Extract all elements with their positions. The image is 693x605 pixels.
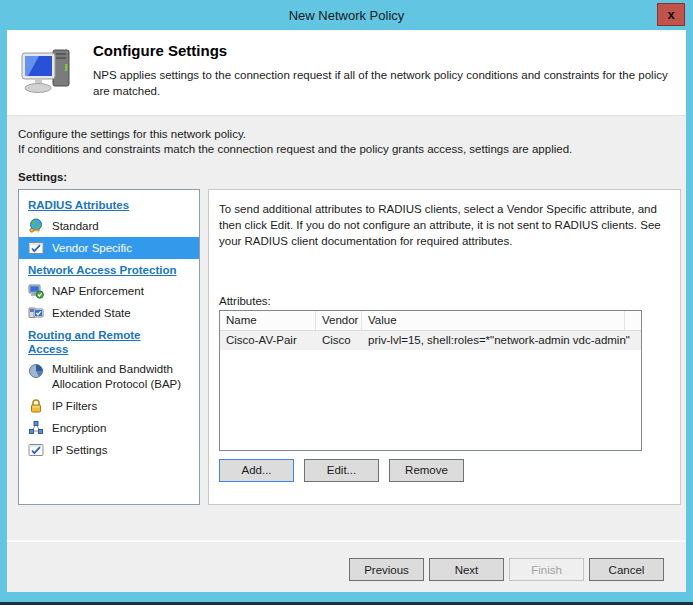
table-row[interactable]: Cisco-AV-Pair Cisco priv-lvl=15, shell:r… — [220, 331, 641, 350]
wizard-footer: Previous Next Finish Cancel — [7, 540, 686, 592]
nav-item-label: Standard — [52, 219, 99, 234]
attributes-label: Attributes: — [219, 295, 668, 307]
nav-item-multilink-bap[interactable]: Multilink and Bandwidth Allocation Proto… — [19, 359, 199, 395]
nav-item-standard[interactable]: Standard — [19, 215, 199, 237]
section-network-access-protection: Network Access Protection — [19, 259, 187, 280]
nav-item-ip-settings[interactable]: IP Settings — [19, 439, 199, 461]
column-header-name[interactable]: Name — [220, 311, 316, 330]
globe-key-icon — [28, 218, 44, 234]
intro-line-2: If conditions and constraints match the … — [18, 142, 681, 157]
nav-item-ip-filters[interactable]: IP Filters — [19, 395, 199, 417]
checkbox-icon — [28, 442, 44, 458]
attributes-table-header: Name Vendor Value — [220, 311, 641, 331]
padlock-icon — [28, 398, 44, 414]
column-header-end — [625, 311, 641, 330]
nav-item-extended-state[interactable]: Extended State — [19, 302, 199, 324]
pie-chart-icon — [28, 363, 44, 379]
nav-item-label: Encryption — [52, 421, 106, 436]
computer-check-icon — [28, 305, 44, 321]
nav-item-encryption[interactable]: Encryption — [19, 417, 199, 439]
settings-label: Settings: — [18, 171, 681, 183]
nav-item-label: Vendor Specific — [52, 241, 132, 256]
wizard-header-text: Configure Settings NPS applies settings … — [93, 40, 682, 105]
attribute-buttons: Add... Edit... Remove — [219, 459, 668, 482]
new-network-policy-dialog: New Network Policy x — [0, 0, 693, 605]
cancel-button[interactable]: Cancel — [589, 558, 664, 581]
attributes-table: Name Vendor Value Cisco-AV-Pair Cisco pr… — [219, 310, 642, 451]
nav-item-label: NAP Enforcement — [52, 284, 144, 299]
close-button[interactable]: x — [657, 3, 685, 26]
settings-nav-panel: RADIUS Attributes Standard — [18, 189, 200, 505]
previous-button[interactable]: Previous — [349, 558, 424, 581]
computer-icon — [19, 40, 77, 105]
dialog-frame: Configure Settings NPS applies settings … — [7, 30, 686, 592]
page-description: NPS applies settings to the connection r… — [93, 68, 682, 99]
nav-item-label: Multilink and Bandwidth Allocation Proto… — [52, 362, 195, 392]
nav-item-nap-enforcement[interactable]: NAP Enforcement — [19, 280, 199, 302]
page-title: Configure Settings — [93, 42, 682, 59]
attribute-value-cell: priv-lvl=15, shell:roles=*"network-admin… — [362, 331, 641, 350]
dialog-body: Configure the settings for this network … — [7, 116, 686, 540]
column-header-value[interactable]: Value — [362, 311, 625, 330]
remove-button[interactable]: Remove — [389, 459, 464, 482]
close-icon: x — [667, 8, 674, 21]
finish-button: Finish — [509, 558, 584, 581]
wizard-header: Configure Settings NPS applies settings … — [7, 30, 686, 116]
attribute-name-cell: Cisco-AV-Pair — [220, 331, 316, 350]
edit-button[interactable]: Edit... — [304, 459, 379, 482]
nav-item-vendor-specific[interactable]: Vendor Specific — [19, 237, 199, 259]
nav-item-label: Extended State — [52, 306, 131, 321]
next-button[interactable]: Next — [429, 558, 504, 581]
section-routing-remote-access: Routing and Remote Access — [19, 324, 187, 359]
settings-panels: RADIUS Attributes Standard — [18, 189, 681, 505]
checklist-icon — [28, 240, 44, 256]
title-bar: New Network Policy x — [0, 0, 693, 30]
computer-shield-icon — [28, 283, 44, 299]
network-nodes-icon — [28, 420, 44, 436]
nav-item-label: IP Settings — [52, 443, 107, 458]
add-button[interactable]: Add... — [219, 459, 294, 482]
column-header-vendor[interactable]: Vendor — [316, 311, 362, 330]
attribute-vendor-cell: Cisco — [316, 331, 362, 350]
vendor-panel-description: To send additional attributes to RADIUS … — [219, 202, 668, 250]
vendor-specific-panel: To send additional attributes to RADIUS … — [208, 189, 681, 505]
section-radius-attributes: RADIUS Attributes — [19, 194, 187, 215]
nav-item-label: IP Filters — [52, 399, 97, 414]
intro-line-1: Configure the settings for this network … — [18, 127, 681, 142]
window-title: New Network Policy — [289, 8, 405, 23]
